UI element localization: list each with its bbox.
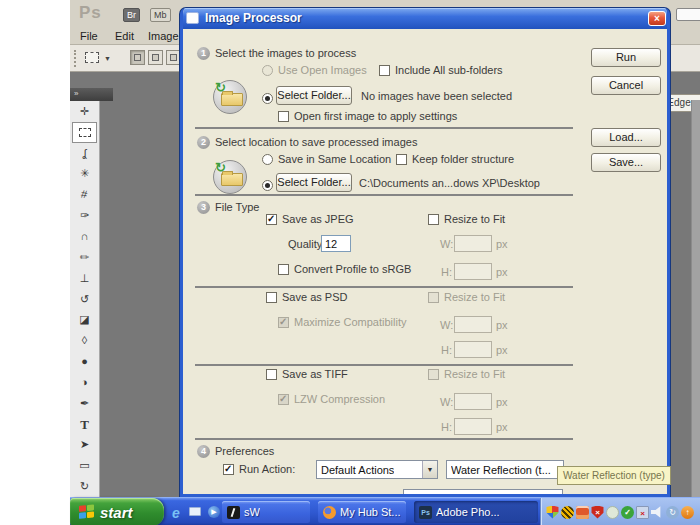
rectangular-marquee-tool[interactable] [72,122,97,143]
clone-stamp-tool[interactable]: ⊥ [70,268,99,289]
lasso-tool[interactable]: ʆ [70,143,99,164]
burn-tool[interactable]: ◑ [70,372,99,393]
taskbar-item-photoshop[interactable]: Ps Adobe Pho... [414,501,538,523]
close-icon[interactable]: × [648,11,666,26]
tiff-resize-checkbox [428,369,439,380]
blur-tool[interactable]: ● [70,351,99,372]
program-alert-icon[interactable] [576,506,589,519]
rotate-view-tool[interactable]: ↻ [70,476,99,497]
save-as-psd-checkbox[interactable] [266,292,277,303]
updates-sync-icon[interactable]: ↻ [666,506,679,519]
tiff-height-label: H: [441,421,452,434]
select-save-folder-radio[interactable] [262,180,273,191]
internet-explorer-icon[interactable]: e [168,504,184,520]
select-folder-radio[interactable] [262,93,273,104]
history-brush-tool[interactable]: ↺ [70,289,99,310]
crop-tool-icon: # [81,189,89,201]
network-disconnected-icon[interactable]: × [636,506,649,519]
tiff-width-label: W: [440,396,453,409]
show-desktop-icon[interactable] [187,504,203,520]
type-tool-icon: T [80,418,89,431]
quality-input[interactable] [321,235,351,252]
menu-image[interactable]: Image [148,30,179,42]
marquee-tool-preset-icon[interactable] [85,52,99,63]
blur-tool-icon: ● [81,356,88,367]
pen-tool[interactable]: ✒ [70,393,99,414]
eyedropper-tool[interactable]: ✑ [70,205,99,226]
keep-folder-structure-checkbox[interactable] [396,154,407,165]
run-button[interactable]: Run [591,48,661,67]
menu-file[interactable]: File [80,30,98,42]
workspace-button[interactable] [676,8,700,21]
taskbar-item-my-hub[interactable]: My Hub St... [318,501,406,523]
preset-dropdown-arrow-icon[interactable]: ▼ [104,55,111,62]
section2-number: 2 [197,136,210,149]
eyedropper-tool-icon: ✑ [80,210,89,221]
separator [195,194,573,196]
taskbar-item-sw[interactable]: sW [222,501,310,523]
dialog-titlebar[interactable]: Image Processor × [180,8,670,29]
action-set-dropdown[interactable]: Default Actions ▼ [316,460,438,479]
path-selection-tool[interactable]: ➤ [70,435,99,456]
jpeg-resize-checkbox[interactable] [428,214,439,225]
crop-tool[interactable]: # [70,184,99,205]
menu-edit[interactable]: Edit [115,30,134,42]
open-first-image-checkbox[interactable] [278,111,289,122]
subtract-selection-icon [170,54,177,61]
jpeg-height-label: H: [441,266,452,279]
security-alert-shield-icon[interactable]: × [591,506,604,519]
volume-icon[interactable] [651,506,664,519]
partial-control[interactable] [403,489,563,497]
load-button[interactable]: Load... [591,128,661,147]
action-dropdown[interactable]: Water Reflection (t... [446,460,564,479]
collapse-panel-icon: » [74,89,78,98]
type-tool[interactable]: T [70,414,99,435]
path-selection-tool-icon: ➤ [80,439,89,450]
section4-number: 4 [197,445,210,458]
security-center-shield-icon[interactable] [546,506,559,519]
media-player-icon[interactable]: ▶ [206,504,222,520]
action-tooltip: Water Reflection (type) [557,466,671,485]
move-tool[interactable]: ✛ [70,101,99,122]
section3-number: 3 [197,201,210,214]
subtract-selection-mode-button[interactable] [166,50,181,65]
convert-srgb-checkbox[interactable] [278,264,289,275]
bridge-button[interactable]: Br [123,8,140,22]
lzw-compression-label: LZW Compression [294,393,385,406]
select-save-folder-button[interactable]: Select Folder... [276,173,352,192]
tools-panel-header[interactable]: » [70,88,113,101]
cancel-button[interactable]: Cancel [591,76,661,95]
new-selection-mode-button[interactable] [130,50,145,65]
save-as-tiff-checkbox[interactable] [266,369,277,380]
rectangle-tool[interactable]: ▭ [70,455,99,476]
quick-selection-tool[interactable]: ✳ [70,164,99,185]
save-same-location-label: Save in Same Location [278,153,391,166]
panel-dock-edge [691,100,700,497]
paint-bucket-tool[interactable]: ◊ [70,330,99,351]
select-folder-button[interactable]: Select Folder... [276,86,352,105]
psd-width-label: W: [440,319,453,332]
mobile-button[interactable]: Mb [150,8,171,22]
psd-height-input [454,341,492,358]
run-action-checkbox[interactable] [223,464,234,475]
brush-tool[interactable]: ✏ [70,247,99,268]
use-open-images-radio [262,65,273,76]
eraser-tool[interactable]: ◪ [70,309,99,330]
options-grip[interactable] [74,50,77,67]
status-circle-icon[interactable] [606,506,619,519]
add-selection-icon [152,54,159,61]
sw-app-icon [227,506,240,519]
save-same-location-radio[interactable] [262,154,273,165]
safely-remove-hardware-icon[interactable]: ✓ [621,506,634,519]
healing-brush-tool[interactable]: ∩ [70,226,99,247]
add-selection-mode-button[interactable] [148,50,163,65]
antispyware-icon[interactable] [561,506,574,519]
tiff-height-unit: px [496,421,508,434]
include-subfolders-checkbox[interactable] [379,65,390,76]
save-button[interactable]: Save... [591,153,661,172]
save-as-jpeg-checkbox[interactable] [266,214,277,225]
start-button[interactable]: start [70,498,164,525]
psd-width-input [454,316,492,333]
update-available-icon[interactable]: ↑ [681,506,694,519]
section3-title: File Type [215,201,259,214]
